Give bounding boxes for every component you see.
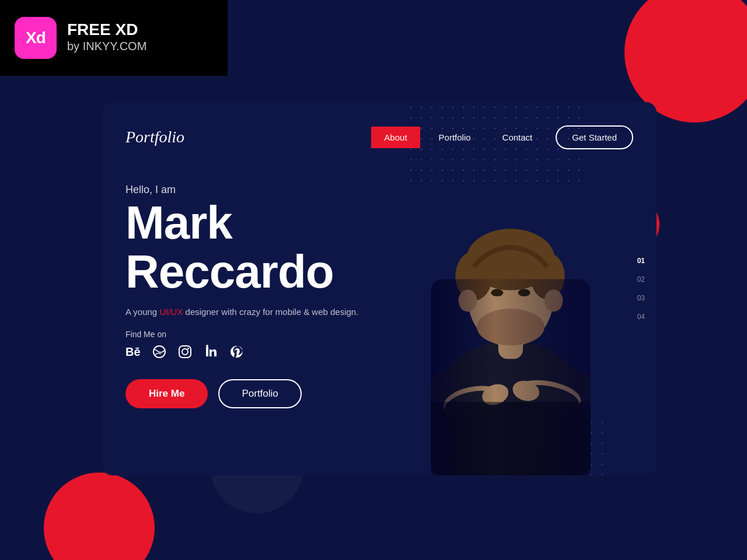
navigation: Portfolio About Portfolio Contact Get St… (102, 102, 657, 155)
svg-rect-1 (179, 346, 191, 358)
svg-point-2 (182, 349, 188, 355)
hero-name-line1: Mark (125, 198, 633, 247)
side-num-2[interactable]: 02 (637, 275, 645, 284)
description-highlight: UI/UX (159, 307, 183, 317)
side-num-1[interactable]: 01 (637, 257, 645, 265)
hero-section: Hello, I am Mark Reccardo A young UI/UX … (102, 155, 657, 432)
hero-description: A young UI/UX designer with crazy for mo… (125, 307, 382, 317)
hire-me-button[interactable]: Hire Me (125, 379, 208, 408)
hero-name-line2: Reccardo (125, 247, 633, 296)
xd-free-label: FREE XD (67, 22, 146, 38)
xd-badge: Xd FREE XD by INKYY.COM (0, 0, 228, 76)
hero-name: Mark Reccardo (125, 198, 633, 296)
xd-by-label: by INKYY.COM (67, 38, 146, 54)
linkedin-icon[interactable] (204, 345, 218, 359)
hero-buttons: Hire Me Portfolio (125, 379, 633, 408)
description-post: designer with crazy for mobile & web des… (183, 307, 358, 317)
side-numbers: 01 02 03 04 (637, 257, 645, 321)
instagram-icon[interactable] (178, 345, 192, 359)
nav-cta-button[interactable]: Get Started (556, 125, 633, 149)
xd-icon-text: Xd (26, 29, 46, 47)
xd-icon: Xd (15, 17, 57, 59)
portfolio-card: Portfolio About Portfolio Contact Get St… (102, 102, 657, 475)
nav-links: About Portfolio Contact Get Started (371, 125, 633, 149)
social-icons-group: Bē (125, 345, 633, 359)
nav-link-about[interactable]: About (371, 127, 420, 148)
xd-text: FREE XD by INKYY.COM (67, 22, 146, 54)
dribbble-icon[interactable] (152, 345, 166, 359)
description-pre: A young (125, 307, 159, 317)
decorative-circle-bottom-left (44, 473, 155, 560)
hero-greeting: Hello, I am (125, 184, 633, 196)
svg-point-3 (187, 348, 189, 349)
nav-link-contact[interactable]: Contact (490, 127, 546, 148)
nav-link-portfolio[interactable]: Portfolio (426, 127, 484, 148)
find-me-label: Find Me on (125, 330, 633, 339)
pinterest-icon[interactable] (229, 345, 243, 359)
side-num-4[interactable]: 04 (637, 313, 645, 321)
portfolio-button[interactable]: Portfolio (218, 379, 301, 408)
side-num-3[interactable]: 03 (637, 294, 645, 302)
nav-logo: Portfolio (125, 128, 371, 146)
behance-icon[interactable]: Bē (125, 345, 141, 359)
